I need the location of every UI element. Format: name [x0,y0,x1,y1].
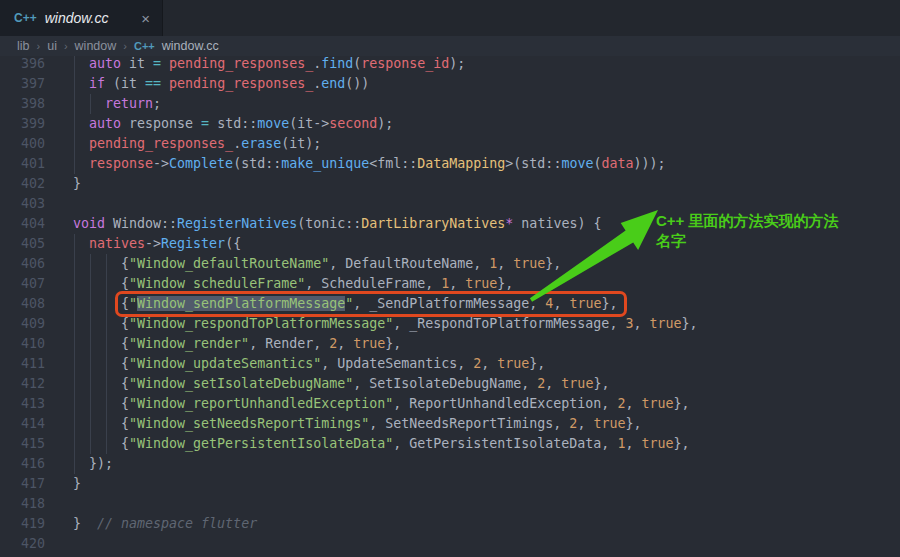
tab-window-cc[interactable]: C++ window.cc × [0,0,163,36]
line-number: 406 [0,254,45,274]
code-token: pending_responses_ [169,56,313,71]
code-token: >(std:: [505,156,561,171]
indent-guide [74,94,75,114]
code-line[interactable]: 397 if (it == pending_responses_.end()) [0,74,900,94]
code-token: ); [377,116,393,131]
code-line[interactable]: 410 {"Window_render", Render, 2, true}, [0,334,900,354]
code-line[interactable]: 418 [0,494,900,514]
code-token: response_id [361,56,449,71]
code-token: true [497,356,529,371]
code-line-content[interactable]: {"Window_setNeedsReportTimings", SetNeed… [73,414,641,434]
code-line-content[interactable]: }); [73,454,113,474]
code-token: }, [385,336,401,351]
code-token: , ReportUnhandledException, [393,396,617,411]
code-line[interactable]: 396 auto it = pending_responses_.find(re… [0,54,900,74]
code-line-content[interactable]: {"Window_setIsolateDebugName", SetIsolat… [73,374,609,394]
code-line-content[interactable]: {"Window_respondToPlatformMessage", _Res… [73,314,697,334]
code-token: <fml:: [369,156,417,171]
indent-guide [74,434,75,454]
code-token: (it [105,76,145,91]
indent-guide [74,354,75,374]
code-token: , UpdateSemantics, [321,356,473,371]
code-token: { [73,396,129,411]
code-line-content[interactable]: auto it = pending_responses_.find(respon… [73,54,465,74]
code-token: make_unique [281,156,369,171]
code-token: }, [625,416,641,431]
code-line-content[interactable]: {"Window_getPersistentIsolateData", GetP… [73,434,689,454]
code-line-content[interactable]: {"Window_updateSemantics", UpdateSemanti… [73,354,545,374]
line-number: 404 [0,214,45,234]
line-number: 411 [0,354,45,374]
code-token: , SetNeedsReportTimings, [369,416,569,431]
code-line-content[interactable]: natives->Register({ [73,234,241,254]
code-line-content[interactable]: pending_responses_.erase(it); [73,134,321,154]
code-token: , [337,336,353,351]
code-token: { [73,376,129,391]
code-line[interactable]: 415 {"Window_getPersistentIsolateData", … [0,434,900,454]
code-token: DataMapping [417,156,505,171]
code-token: pending_responses_ [89,136,233,151]
code-line-content[interactable]: {"Window_reportUnhandledException", Repo… [73,394,689,414]
code-line[interactable]: 411 {"Window_updateSemantics", UpdateSem… [0,354,900,374]
breadcrumb-item-lib[interactable]: lib [17,39,30,53]
code-line[interactable]: 402} [0,174,900,194]
indent-guide [90,334,91,354]
line-number: 399 [0,114,45,134]
indent-guide [106,434,107,454]
code-token: ; [153,96,161,111]
code-line-content[interactable]: auto response = std::move(it->second); [73,114,393,134]
code-line[interactable]: 398 return; [0,94,900,114]
indent-guide [90,414,91,434]
indent-guide [90,94,91,114]
code-line-content[interactable]: } [73,474,81,494]
code-token: Register [161,236,225,251]
line-number: 418 [0,494,45,514]
code-line[interactable]: 419} // namespace flutter [0,514,900,534]
code-line-content[interactable]: } // namespace flutter [73,514,257,534]
code-token: response [89,156,153,171]
code-token: Complete [169,156,233,171]
code-line[interactable]: 416 }); [0,454,900,474]
code-line[interactable]: 399 auto response = std::move(it->second… [0,114,900,134]
breadcrumb-item-window[interactable]: window [75,39,117,53]
code-token: }, [681,316,697,331]
code-line-content[interactable]: return; [73,94,161,114]
code-token: == [145,76,161,91]
code-token: ()) [345,76,369,91]
code-line[interactable]: 413 {"Window_reportUnhandledException", … [0,394,900,414]
code-line-content[interactable]: {"Window_render", Render, 2, true}, [73,334,401,354]
code-line[interactable]: 400 pending_responses_.erase(it); [0,134,900,154]
code-token: (it-> [289,116,329,131]
code-line[interactable]: 401 response->Complete(std::make_unique<… [0,154,900,174]
arrow-icon [520,205,670,310]
code-token: find [321,56,353,71]
close-icon[interactable]: × [139,10,152,27]
indent-guide [74,454,75,474]
code-line-content[interactable]: } [73,174,81,194]
code-token: , DefaultRouteName, [329,256,489,271]
code-line-content[interactable]: response->Complete(std::make_unique<fml:… [73,154,666,174]
code-token [73,116,89,131]
code-token: return [105,96,153,111]
code-line[interactable]: 412 {"Window_setIsolateDebugName", SetIs… [0,374,900,394]
line-number: 414 [0,414,45,434]
code-token: // namespace flutter [97,516,257,531]
code-token: = [201,116,209,131]
code-line[interactable]: 414 {"Window_setNeedsReportTimings", Set… [0,414,900,434]
indent-guide [74,334,75,354]
indent-guide [106,394,107,414]
code-token: "Window_setIsolateDebugName" [129,376,353,391]
code-line[interactable]: 406 {"Window_defaultRouteName", DefaultR… [0,254,900,274]
code-line[interactable]: 417} [0,474,900,494]
code-line[interactable]: 409 {"Window_respondToPlatformMessage", … [0,314,900,334]
code-line-content[interactable]: if (it == pending_responses_.end()) [73,74,369,94]
code-line[interactable]: 420 [0,534,900,554]
code-token: { [73,336,129,351]
breadcrumb-item-file[interactable]: window.cc [162,39,219,53]
code-token: ); [449,56,465,71]
code-token [73,156,89,171]
breadcrumb-item-ui[interactable]: ui [47,39,57,53]
code-line-content[interactable]: {"Window_defaultRouteName", DefaultRoute… [73,254,561,274]
code-token: , Render, [249,336,329,351]
code-token: "Window_defaultRouteName" [129,256,329,271]
